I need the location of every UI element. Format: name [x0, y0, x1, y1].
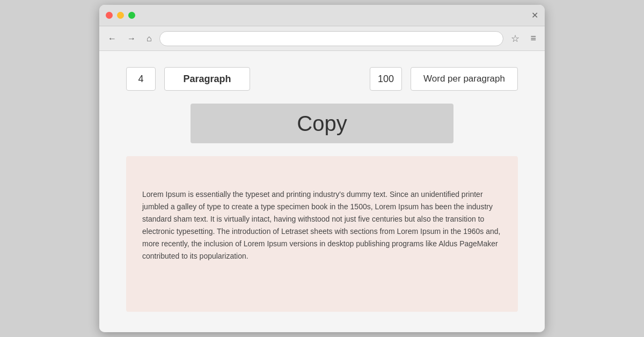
paragraph-label-box: Paragraph [164, 67, 250, 91]
paragraph-count: 4 [138, 74, 143, 85]
word-per-paragraph-label: Word per paragraph [423, 74, 505, 84]
forward-button[interactable]: → [124, 32, 139, 46]
menu-button[interactable]: ≡ [527, 31, 539, 46]
close-button[interactable]: ✕ [531, 11, 538, 20]
address-bar[interactable] [159, 31, 504, 46]
bookmark-button[interactable]: ☆ [508, 31, 523, 47]
copy-button[interactable]: Copy [191, 104, 453, 143]
lorem-ipsum-box: Lorem Ipsum is essentially the typeset a… [126, 156, 518, 312]
paragraph-count-box: 4 [126, 67, 156, 91]
browser-window: ✕ ← → ⌂ ☆ ≡ 4 Paragraph 100 Word per par… [99, 5, 545, 332]
controls-row: 4 Paragraph 100 Word per paragraph [126, 67, 518, 91]
word-per-paragraph-label-box: Word per paragraph [411, 67, 518, 91]
minimize-traffic-light[interactable] [117, 12, 124, 19]
lorem-text: Lorem Ipsum is essentially the typeset a… [142, 188, 502, 263]
nav-bar: ← → ⌂ ☆ ≡ [99, 26, 545, 51]
maximize-traffic-light[interactable] [128, 12, 135, 19]
home-button[interactable]: ⌂ [143, 32, 155, 46]
copy-button-label: Copy [297, 112, 347, 136]
paragraph-label: Paragraph [183, 74, 231, 85]
close-traffic-light[interactable] [106, 12, 113, 19]
back-button[interactable]: ← [105, 32, 120, 46]
title-bar: ✕ [99, 5, 545, 26]
browser-content: 4 Paragraph 100 Word per paragraph Copy … [99, 51, 545, 332]
word-count: 100 [378, 74, 394, 85]
word-count-box: 100 [370, 67, 402, 91]
